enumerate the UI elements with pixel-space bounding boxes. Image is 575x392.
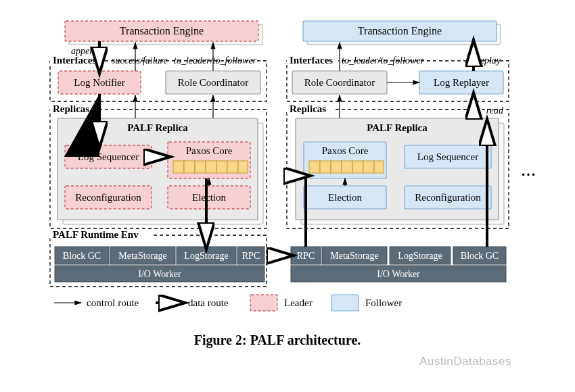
replay-label: replay <box>477 55 501 66</box>
legend-leader: Leader <box>284 297 313 308</box>
runtime-row-right: RPC MetaStorage LogStorage Block GC I/O … <box>291 247 506 282</box>
watermark: AustinDatabases <box>419 355 511 368</box>
paxos-text-right: Paxos Core <box>322 145 369 156</box>
svg-rect-29 <box>250 295 277 311</box>
paxos-queue-right <box>309 161 384 173</box>
rt1-text-left: MetaStorage <box>118 251 167 261</box>
svg-rect-6 <box>216 161 227 173</box>
palf-text-right: PALF Replica <box>367 122 428 133</box>
svg-rect-19 <box>331 161 342 173</box>
io-text-right: I/O Worker <box>377 269 420 279</box>
svg-rect-22 <box>363 161 374 173</box>
svg-rect-17 <box>309 161 320 173</box>
io-text-left: I/O Worker <box>138 269 181 279</box>
svg-rect-5 <box>206 161 216 173</box>
svg-rect-7 <box>227 161 238 173</box>
svg-rect-30 <box>331 295 359 311</box>
te-text-right: Transaction Engine <box>358 25 442 37</box>
rt3-text-right: Block GC <box>461 251 499 261</box>
paxos-queue-left <box>173 161 248 173</box>
reconf-text-left: Reconfiguration <box>75 192 141 203</box>
diagram-stage: Transaction Engine Interfaces append suc… <box>0 0 575 392</box>
seq-text-right: Log Sequencer <box>417 151 478 162</box>
log-notifier-text: Log Notifier <box>74 77 124 88</box>
svg-rect-4 <box>195 161 206 173</box>
tltf-label-left: to_leader/to_follower <box>174 55 257 66</box>
runtime-label-left: PALF Runtime Env <box>53 229 139 240</box>
read-label: read <box>486 105 504 116</box>
elect-text-left: Election <box>192 192 226 203</box>
svg-rect-8 <box>238 161 248 173</box>
reconf-text-right: Reconfiguration <box>415 192 481 203</box>
rt3-text-left: RPC <box>242 251 260 261</box>
figure-caption: Figure 2: PALF architecture. <box>194 333 361 348</box>
replicas-label-right: Replicas <box>290 103 326 114</box>
interfaces-label-left: Interfaces <box>53 55 96 66</box>
tltf-label-right: to_leader/to_follower <box>342 55 425 66</box>
ellipsis: … <box>521 162 536 179</box>
rt1-text-right: MetaStorage <box>330 251 379 261</box>
te-text-left: Transaction Engine <box>120 25 204 37</box>
rt2-text-right: LogStorage <box>398 251 442 261</box>
replicas-label-left: Replicas <box>53 103 89 114</box>
interfaces-label-right: Interfaces <box>290 55 333 66</box>
svg-rect-2 <box>173 161 184 173</box>
legend: control route data route Leader Follower <box>54 295 402 311</box>
rt2-text-left: LogStorage <box>184 251 228 261</box>
legend-data: data route <box>188 297 229 308</box>
replayer-text: Log Replayer <box>434 77 489 88</box>
sf-label: success/failure <box>112 55 168 66</box>
rt0-text-right: RPC <box>297 251 315 261</box>
role-left-text: Role Coordinator <box>178 77 249 88</box>
legend-control: control route <box>87 297 139 308</box>
svg-rect-18 <box>320 161 331 173</box>
append-label: append <box>71 46 99 56</box>
palf-text-left: PALF Replica <box>127 122 188 133</box>
legend-follower: Follower <box>365 297 402 308</box>
svg-rect-3 <box>184 161 195 173</box>
rt0-text-left: Block GC <box>63 251 101 261</box>
diagram-svg: Transaction Engine Interfaces append suc… <box>0 0 575 392</box>
svg-rect-21 <box>352 161 363 173</box>
svg-rect-20 <box>342 161 352 173</box>
role-right-text: Role Coordinator <box>304 77 375 88</box>
elect-text-right: Election <box>328 192 362 203</box>
paxos-text-left: Paxos Core <box>186 145 233 156</box>
runtime-row-left: Block GC MetaStorage LogStorage RPC I/O … <box>55 247 264 282</box>
svg-rect-23 <box>374 161 384 173</box>
